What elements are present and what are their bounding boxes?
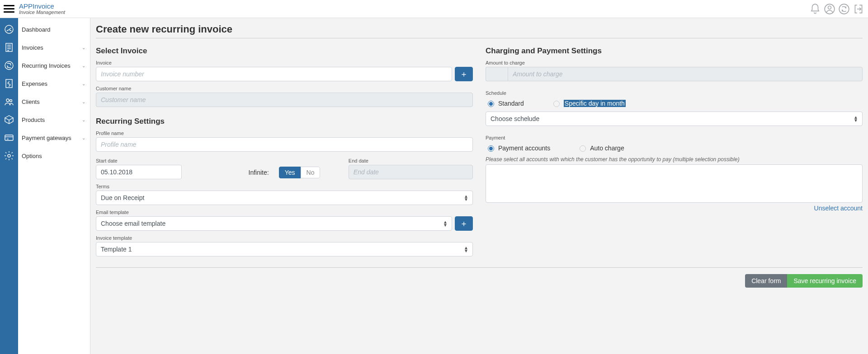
infinite-toggle: Yes No [279,167,321,178]
rail-gateways-icon[interactable] [0,129,18,147]
rail-recurring-icon[interactable] [0,56,18,75]
terms-label: Terms [96,184,473,189]
clear-form-button[interactable]: Clear form [745,274,787,288]
chevron-down-icon: ⌄ [82,63,85,68]
end-date-label: End date [349,158,473,163]
sidebar: Dashboard Invoices ⌄ Recurring Invoices … [18,18,90,354]
payment-accounts-radio-input[interactable] [488,145,494,152]
account-multiselect[interactable] [486,164,863,203]
chevron-down-icon: ⌄ [82,117,85,122]
sidebar-item-invoices[interactable]: Invoices ⌄ [18,38,90,56]
rail-clients-icon[interactable] [0,93,18,111]
invoice-label: Invoice [96,60,473,65]
sidebar-item-products[interactable]: Products ⌄ [18,111,90,129]
profile-name-label: Profile name [96,130,473,136]
schedule-select-value: Choose schelude [491,115,539,122]
refresh-user-icon[interactable] [838,3,850,15]
schedule-standard-label: Standard [498,100,524,107]
auto-charge-label: Auto charge [590,144,624,152]
email-template-value: Choose email template [101,220,165,227]
brand-subtitle: Invoice Management [19,9,65,15]
svg-point-5 [5,61,13,70]
sidebar-item-gateways[interactable]: Payment gateways ⌄ [18,129,90,147]
schedule-specific-radio[interactable]: Specific day in month [551,99,626,107]
right-column: Charging and Payment Settings Amount to … [486,45,863,256]
sidebar-item-label: Clients [22,98,40,105]
svg-point-8 [10,100,12,102]
chevron-down-icon: ⌄ [82,81,85,86]
payment-accounts-label: Payment accounts [498,144,550,152]
auto-charge-radio[interactable]: Auto charge [577,144,624,152]
svg-point-1 [828,6,831,9]
rail-options-icon[interactable] [0,147,18,165]
start-date-input[interactable] [96,165,182,179]
start-date-label: Start date [96,158,220,163]
sidebar-item-label: Dashboard [22,26,51,33]
header-left: APPInvoice Invoice Management [4,3,65,15]
sidebar-item-label: Payment gateways [22,135,71,141]
header-icons [809,3,864,15]
menu-toggle-icon[interactable] [4,4,14,14]
sidebar-item-clients[interactable]: Clients ⌄ [18,93,90,111]
user-icon[interactable] [824,3,835,15]
section-recurring-title: Recurring Settings [96,117,473,126]
infinite-no-button[interactable]: No [301,167,321,178]
left-column: Select Invoice Invoice ＋ Customer name R… [96,45,473,256]
page-title: Create new recurring invoice [96,23,863,35]
schedule-specific-radio-input[interactable] [553,101,560,107]
sidebar-item-expenses[interactable]: Expenses ⌄ [18,75,90,93]
divider [96,38,863,38]
chevron-down-icon: ⌄ [82,135,85,140]
section-select-invoice-title: Select Invoice [96,47,473,56]
plus-icon: ＋ [460,218,468,229]
schedule-label: Schedule [486,90,863,96]
amount-currency-prefix [486,67,508,81]
brand-title[interactable]: APPInvoice [19,3,65,10]
unselect-account-link[interactable]: Unselect account [814,205,863,212]
payment-hint: Please select all accounts with which th… [486,156,863,163]
save-recurring-button[interactable]: Save recurring invoice [787,274,863,288]
svg-rect-9 [5,135,13,140]
schedule-standard-radio-input[interactable] [488,101,494,107]
customer-name-label: Customer name [96,86,473,91]
chevron-down-icon: ⌄ [82,45,85,50]
add-email-template-button[interactable]: ＋ [455,216,473,231]
footer-actions: Clear form Save recurring invoice [96,267,863,288]
schedule-standard-radio[interactable]: Standard [486,99,524,107]
sidebar-item-options[interactable]: Options [18,147,90,165]
sidebar-item-label: Expenses [22,80,47,87]
bell-icon[interactable] [809,3,821,15]
schedule-select[interactable]: Choose schelude [486,112,863,126]
section-charging-title: Charging and Payment Settings [486,47,863,56]
brand: APPInvoice Invoice Management [19,3,65,15]
chevron-down-icon: ⌄ [82,99,85,104]
add-invoice-button[interactable]: ＋ [455,67,473,81]
invoice-template-select[interactable]: Template 1 [96,242,473,256]
rail-invoices-icon[interactable] [0,38,18,56]
sidebar-item-dashboard[interactable]: Dashboard [18,20,90,38]
plus-icon: ＋ [460,69,468,79]
infinite-yes-button[interactable]: Yes [279,167,301,178]
profile-name-input[interactable] [96,137,473,152]
customer-name-input [96,93,473,107]
auto-charge-radio-input[interactable] [580,145,586,152]
schedule-specific-label: Specific day in month [564,100,626,107]
svg-point-2 [839,4,849,14]
svg-point-7 [6,99,9,102]
rail-expenses-icon[interactable] [0,75,18,93]
payment-accounts-radio[interactable]: Payment accounts [486,144,550,152]
terms-select[interactable]: Due on Receipt [96,191,473,205]
rail-dashboard-icon[interactable] [0,20,18,38]
amount-input [508,67,863,81]
payment-label: Payment [486,135,863,140]
rail-products-icon[interactable] [0,111,18,129]
email-template-label: Email template [96,210,473,215]
logout-icon[interactable] [853,3,864,15]
sidebar-item-recurring[interactable]: Recurring Invoices ⌄ [18,56,90,75]
amount-label: Amount to charge [486,60,863,65]
header: APPInvoice Invoice Management [0,0,868,18]
sidebar-item-label: Recurring Invoices [22,62,71,69]
email-template-select[interactable]: Choose email template [96,216,452,231]
invoice-number-input[interactable] [96,67,452,81]
svg-point-10 [8,154,10,157]
